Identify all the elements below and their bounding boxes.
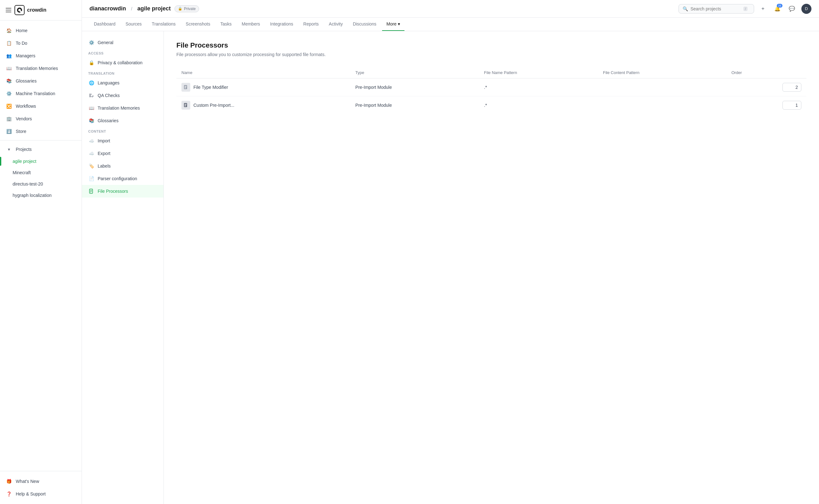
processor-icon-1 xyxy=(181,83,190,92)
import-icon: ☁️ xyxy=(88,138,95,144)
file-processors-table: Name Type File Name Pattern File Content… xyxy=(176,67,806,114)
globe-icon: 🌐 xyxy=(88,80,95,86)
svg-rect-9 xyxy=(185,87,186,88)
left-sidebar: crowdin 🏠 Home 📋 To Do 👥 Managers 📖 Tran… xyxy=(0,0,82,504)
tab-integrations[interactable]: Integrations xyxy=(266,18,298,31)
settings-general[interactable]: ⚙️ General xyxy=(82,36,163,49)
sidebar-item-machine-translation[interactable]: ⚙️ Machine Translation xyxy=(0,87,82,100)
sidebar-item-workflows[interactable]: 🔀 Workflows xyxy=(0,100,82,112)
sidebar-item-vendors[interactable]: 🏢 Vendors xyxy=(0,112,82,125)
svg-rect-13 xyxy=(185,105,186,106)
settings-qa-checks[interactable]: QA Checks xyxy=(82,89,163,102)
hamburger-menu[interactable] xyxy=(6,8,11,12)
col-header-file-name-pattern: File Name Pattern xyxy=(479,67,598,78)
tab-sources[interactable]: Sources xyxy=(121,18,146,31)
sidebar-item-label: Glossaries xyxy=(16,78,37,83)
tab-screenshots[interactable]: Screenshots xyxy=(181,18,215,31)
sidebar-item-help-support[interactable]: ❓ Help & Support xyxy=(0,488,82,500)
tab-activity[interactable]: Activity xyxy=(324,18,347,31)
svg-rect-2 xyxy=(89,96,91,97)
settings-export[interactable]: ☁️ Export xyxy=(82,147,163,160)
sidebar-item-managers[interactable]: 👥 Managers xyxy=(0,49,82,62)
settings-labels[interactable]: 🏷️ Labels xyxy=(82,160,163,172)
project-name: directus-test-20 xyxy=(13,181,43,186)
settings-labels-label: Labels xyxy=(98,163,111,169)
notification-badge: 26 xyxy=(777,4,782,8)
sidebar-item-glossaries[interactable]: 📚 Glossaries xyxy=(0,75,82,87)
project-name: Minecraft xyxy=(13,170,31,175)
tab-members[interactable]: Members xyxy=(237,18,264,31)
svg-rect-8 xyxy=(185,86,186,87)
sidebar-item-directus[interactable]: directus-test-20 xyxy=(0,178,82,190)
file-processors-icon xyxy=(88,188,95,194)
table-cell-type-1: Pre-Import Module xyxy=(350,78,479,96)
messages-button[interactable]: 💬 xyxy=(787,4,797,14)
sidebar-navigation: 🏠 Home 📋 To Do 👥 Managers 📖 Translation … xyxy=(0,20,82,471)
settings-tm-label: Translation Memories xyxy=(98,106,140,111)
tab-more[interactable]: More ▾ xyxy=(382,18,404,31)
order-input-1[interactable] xyxy=(782,83,801,92)
settings-languages[interactable]: 🌐 Languages xyxy=(82,77,163,89)
search-box[interactable]: 🔍 / xyxy=(679,4,754,14)
settings-glossaries[interactable]: 📚 Glossaries xyxy=(82,114,163,127)
projects-section-label: Projects xyxy=(16,147,32,152)
page-content: File Processors File processors allow yo… xyxy=(164,31,819,504)
add-button[interactable]: ＋ xyxy=(758,4,768,14)
settings-nav: ⚙️ General Access 🔒 Privacy & collaborat… xyxy=(82,31,164,504)
svg-rect-0 xyxy=(89,94,92,95)
tm-settings-icon: 📖 xyxy=(88,105,95,111)
sidebar-item-hygraph[interactable]: hygraph localization xyxy=(0,190,82,201)
table-cell-order-2 xyxy=(726,96,806,114)
sidebar-item-todo[interactable]: 📋 To Do xyxy=(0,37,82,49)
col-header-type: Type xyxy=(350,67,479,78)
settings-general-label: General xyxy=(98,40,113,45)
search-input[interactable] xyxy=(690,6,741,11)
settings-translation-memories[interactable]: 📖 Translation Memories xyxy=(82,102,163,114)
sidebar-item-translation-memories[interactable]: 📖 Translation Memories xyxy=(0,62,82,75)
more-chevron-icon: ▾ xyxy=(398,21,400,26)
vendors-icon: 🏢 xyxy=(6,116,12,122)
sidebar-item-label: Workflows xyxy=(16,104,36,109)
project-name: hygraph localization xyxy=(13,193,52,198)
settings-privacy[interactable]: 🔒 Privacy & collaboration xyxy=(82,56,163,69)
main-area: dianacrowdin / agile project 🔒 Private 🔍… xyxy=(82,0,819,504)
settings-parser-label: Parser configuration xyxy=(98,176,137,181)
settings-glossaries-label: Glossaries xyxy=(98,118,118,123)
notifications-button[interactable]: 🔔 26 xyxy=(772,4,782,14)
settings-access-label: Access xyxy=(82,49,163,56)
settings-parser-config[interactable]: 📄 Parser configuration xyxy=(82,172,163,185)
processor-name-text: File Type Modifier xyxy=(193,85,228,90)
user-avatar[interactable]: D xyxy=(801,4,811,14)
labels-icon: 🏷️ xyxy=(88,163,95,169)
table-cell-fcp-1 xyxy=(598,78,726,96)
sidebar-item-minecraft[interactable]: Minecraft xyxy=(0,167,82,178)
table-cell-fnp-1: .* xyxy=(479,78,598,96)
tab-tasks[interactable]: Tasks xyxy=(216,18,236,31)
settings-content-label: Content xyxy=(82,127,163,135)
logo[interactable]: crowdin xyxy=(14,5,46,15)
tab-translations[interactable]: Translations xyxy=(147,18,180,31)
table-cell-fcp-2 xyxy=(598,96,726,114)
sidebar-item-agile-project[interactable]: agile project xyxy=(0,156,82,167)
sidebar-item-label: What's New xyxy=(16,479,39,484)
sidebar-item-label: Home xyxy=(16,28,27,33)
sidebar-item-label: Vendors xyxy=(16,116,32,121)
settings-file-processors[interactable]: File Processors xyxy=(82,185,163,198)
more-label: More xyxy=(387,21,397,26)
settings-import[interactable]: ☁️ Import xyxy=(82,135,163,147)
sidebar-item-store[interactable]: ⬇️ Store xyxy=(0,125,82,138)
page-subtitle: File processors allow you to customize p… xyxy=(176,52,806,57)
workflows-icon: 🔀 xyxy=(6,103,12,109)
sidebar-projects-toggle[interactable]: ▾ Projects xyxy=(0,143,82,156)
tab-discussions[interactable]: Discussions xyxy=(348,18,381,31)
nav-tabs: Dashboard Sources Translations Screensho… xyxy=(82,18,819,31)
sidebar-item-whats-new[interactable]: 🎁 What's New xyxy=(0,475,82,488)
gear-icon: ⚙️ xyxy=(88,39,95,46)
export-icon: ☁️ xyxy=(88,150,95,157)
col-header-file-content-pattern: File Content Pattern xyxy=(598,67,726,78)
privacy-badge: 🔒 Private xyxy=(175,5,199,12)
tab-reports[interactable]: Reports xyxy=(299,18,323,31)
sidebar-item-home[interactable]: 🏠 Home xyxy=(0,24,82,37)
tab-dashboard[interactable]: Dashboard xyxy=(89,18,120,31)
order-input-2[interactable] xyxy=(782,101,801,110)
